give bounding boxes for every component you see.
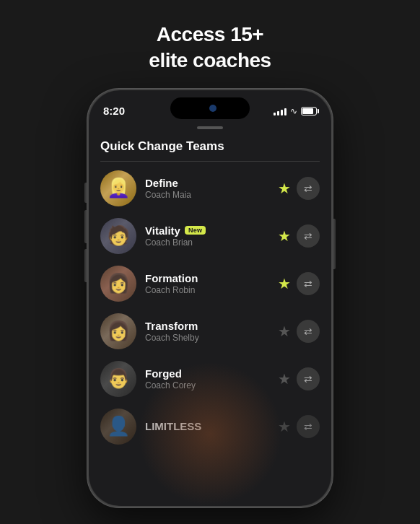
coach-name-transform: Transform [145, 320, 198, 332]
coach-item-vitality[interactable]: 🧑 Vitality New Coach Brian ★ ⇄ [100, 212, 320, 260]
coach-subtitle-vitality: Coach Brian [145, 237, 269, 248]
coach-name-row-forged: Forged [145, 367, 269, 380]
star-button-forged[interactable]: ★ [278, 370, 291, 388]
coach-subtitle-forged: Coach Corey [145, 380, 269, 390]
headline-line2: elite coaches [149, 49, 271, 71]
coach-name-formation: Formation [145, 272, 198, 284]
volume-down-button [84, 249, 87, 282]
coach-name-vitality: Vitality [145, 224, 180, 237]
signal-icon [274, 107, 286, 115]
coach-avatar-brian: 🧑 [100, 218, 136, 254]
star-button-define[interactable]: ★ [278, 180, 291, 197]
coach-actions-formation: ★ ⇄ [278, 272, 320, 295]
shuffle-button-transform[interactable]: ⇄ [297, 320, 320, 343]
battery-icon [301, 107, 317, 115]
volume-silent-button [84, 183, 87, 203]
phone-mockup: 8:20 ∿ [87, 89, 333, 507]
coach-item-formation[interactable]: 👩 Formation Coach Robin ★ ⇄ [100, 260, 320, 307]
coach-info-define: Define Coach Maia [145, 177, 269, 200]
coach-actions-forged: ★ ⇄ [278, 367, 320, 390]
shuffle-button-formation[interactable]: ⇄ [297, 272, 320, 295]
coach-item-forged[interactable]: 👨 Forged Coach Corey ★ ⇄ [100, 355, 320, 403]
coach-figure-brian: 🧑 [107, 224, 130, 247]
coach-avatar-robin: 👩 [100, 266, 136, 302]
coach-figure-limitless: 👤 [107, 415, 130, 437]
star-button-vitality[interactable]: ★ [278, 227, 291, 245]
coach-actions-transform: ★ ⇄ [278, 320, 320, 343]
coach-figure-maia: 👱‍♀️ [107, 177, 130, 199]
coach-info-limitless: LIMITLESS [145, 420, 269, 432]
coach-info-vitality: Vitality New Coach Brian [145, 224, 269, 248]
coach-item-limitless[interactable]: 👤 LIMITLESS ★ ⇄ [100, 403, 320, 450]
section-title: Quick Change Teams [100, 139, 320, 154]
coach-name-row-vitality: Vitality New [145, 224, 269, 237]
coach-info-formation: Formation Coach Robin [145, 272, 269, 295]
camera-indicator [209, 105, 216, 112]
coach-item-define[interactable]: 👱‍♀️ Define Coach Maia ★ ⇄ [100, 165, 320, 212]
coach-actions-vitality: ★ ⇄ [278, 224, 320, 248]
coach-actions-define: ★ ⇄ [278, 177, 320, 200]
phone-frame: 8:20 ∿ [87, 89, 333, 507]
content-area: Quick Change Teams 👱‍♀️ Define Coach Mai… [89, 129, 331, 450]
coach-name-row-formation: Formation [145, 272, 269, 284]
wifi-icon: ∿ [290, 106, 297, 116]
coach-avatar-shelby: 👩 [100, 313, 136, 349]
coach-info-transform: Transform Coach Shelby [145, 320, 269, 343]
status-icons: ∿ [274, 106, 317, 116]
coach-name-forged: Forged [145, 367, 182, 380]
status-time: 8:20 [103, 105, 125, 117]
headline: Access 15+ elite coaches [149, 22, 271, 74]
star-button-transform[interactable]: ★ [278, 323, 291, 340]
dynamic-island [170, 97, 250, 119]
shuffle-button-forged[interactable]: ⇄ [297, 367, 320, 390]
star-button-limitless[interactable]: ★ [278, 418, 291, 435]
coach-figure-robin: 👩 [107, 272, 130, 294]
coach-actions-limitless: ★ ⇄ [278, 415, 320, 438]
new-badge-vitality: New [185, 226, 206, 235]
signal-bar-4 [284, 108, 286, 115]
coach-info-forged: Forged Coach Corey [145, 367, 269, 390]
coach-name-row-limitless: LIMITLESS [145, 420, 269, 432]
signal-bar-1 [274, 113, 276, 115]
battery-fill [302, 108, 313, 114]
coach-name-row-transform: Transform [145, 320, 269, 332]
coach-avatar-limitless: 👤 [100, 409, 136, 445]
coach-subtitle-formation: Coach Robin [145, 285, 269, 295]
signal-bar-2 [277, 111, 279, 115]
coach-subtitle-transform: Coach Shelby [145, 333, 269, 343]
coach-item-transform[interactable]: 👩 Transform Coach Shelby ★ ⇄ [100, 307, 320, 355]
shuffle-button-define[interactable]: ⇄ [297, 177, 320, 200]
coach-avatar-corey: 👨 [100, 361, 136, 397]
signal-bar-3 [281, 110, 283, 115]
status-bar: 8:20 ∿ [89, 90, 331, 123]
coach-name-row-define: Define [145, 177, 269, 189]
coach-name-define: Define [145, 177, 178, 189]
headline-line1: Access 15+ [157, 23, 263, 45]
coach-name-limitless: LIMITLESS [145, 420, 201, 432]
coach-subtitle-define: Coach Maia [145, 190, 269, 200]
volume-up-button [84, 210, 87, 243]
shuffle-button-vitality[interactable]: ⇄ [297, 224, 320, 248]
shuffle-button-limitless[interactable]: ⇄ [297, 415, 320, 438]
section-divider [100, 161, 320, 162]
phone-screen: 8:20 ∿ [89, 90, 331, 506]
coach-figure-corey: 👨 [107, 367, 130, 390]
star-button-formation[interactable]: ★ [278, 275, 291, 292]
coach-avatar-maia: 👱‍♀️ [100, 170, 136, 206]
coach-figure-shelby: 👩 [107, 320, 130, 342]
power-button [333, 219, 336, 269]
